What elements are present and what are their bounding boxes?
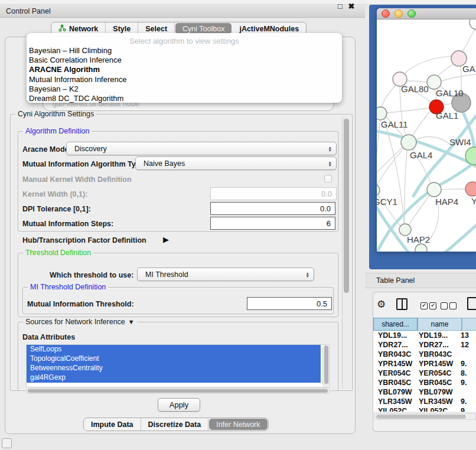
select-columns-icon[interactable] (396, 298, 407, 310)
table-row[interactable]: YDR27...YDR27...12 (373, 340, 476, 350)
threshold-definition-legend: Threshold Definition (23, 249, 93, 257)
attributes-scrollbar[interactable] (322, 345, 329, 387)
kernel-width-field[interactable]: 0.0 (210, 187, 337, 200)
kernel-width-value: 0.0 (321, 190, 332, 198)
algorithm-option[interactable]: Bayesian – K2 (28, 84, 342, 94)
restore-panel-icon[interactable] (2, 438, 12, 448)
network-node-label: GAL1 (436, 110, 458, 120)
algorithm-option[interactable]: Basic Correlation Inference (28, 56, 342, 65)
data-attribute-item[interactable]: BetweennessCentrality (27, 364, 321, 373)
network-node[interactable] (465, 182, 476, 196)
table-hscrollbar[interactable] (374, 413, 476, 420)
which-threshold-combo[interactable]: MI Threshold ▲▼ (137, 268, 314, 281)
table-cell: YER054C (418, 369, 458, 378)
table-cell: YBR045C (373, 378, 418, 387)
combo-arrows-icon: ▲▼ (328, 146, 332, 152)
tab-impute-data[interactable]: Impute Data (84, 418, 141, 431)
attributes-scrollbar-thumb[interactable] (324, 345, 328, 384)
network-node-label: GCY1 (377, 197, 397, 207)
network-canvas[interactable]: GALGAL80GAL10GAL1GAL11GAL4SWI4GCY1HAP4YH… (377, 19, 476, 252)
table-cell: YLR345W (373, 397, 418, 406)
select-all-rows-icon[interactable]: ✓✓ (420, 302, 436, 309)
data-attributes-list[interactable]: SelfLoopsTopologicalCoefficientBetweenne… (26, 344, 330, 387)
minimize-window-icon[interactable] (395, 9, 403, 18)
network-node[interactable] (377, 184, 380, 196)
mi-type-combo[interactable]: Naive Bayes ▲▼ (135, 156, 337, 170)
apply-button[interactable]: Apply (158, 398, 200, 412)
mi-threshold-label: Mutual Information Threshold: (27, 300, 134, 308)
settings-scrollbar[interactable] (342, 116, 350, 389)
table-cell: 8. (458, 369, 476, 378)
column-header-shared-name[interactable]: shared... (373, 318, 418, 331)
tab-style-label: Style (113, 25, 131, 33)
network-node-label: GAL4 (410, 150, 432, 160)
mi-threshold-legend: MI Threshold Definition (28, 283, 108, 291)
network-node[interactable] (399, 224, 411, 236)
hub-definition-label: Hub/Transcription Factor Definition (22, 236, 146, 244)
table-row[interactable]: YDL19...YDL19...13 (373, 331, 476, 340)
mi-threshold-field[interactable]: 0.5 (247, 297, 332, 310)
tab-discretize-data-label: Discretize Data (148, 420, 201, 429)
new-table-icon[interactable] (467, 297, 476, 310)
table-row[interactable]: YER054CYER054C8. (373, 369, 476, 378)
dropdown-placeholder: Select algorithm to view settings (27, 33, 342, 46)
mi-type-value: Naive Bayes (144, 159, 185, 168)
table-row[interactable]: YBR045CYBR045C9. (373, 378, 476, 387)
table-row[interactable]: YLR345WYLR345W9. (373, 397, 476, 406)
attributes-hscrollbar-thumb[interactable] (28, 389, 328, 393)
network-node[interactable] (470, 19, 476, 30)
tab-cyni-toolbox-label: Cyni Toolbox (182, 25, 224, 33)
settings-scrollbar-thumb[interactable] (344, 119, 349, 293)
algorithm-option[interactable]: ARACNE Algorithm (28, 65, 342, 74)
network-node[interactable] (415, 244, 427, 252)
data-attribute-item[interactable]: TopologicalCoefficient (27, 354, 321, 364)
control-panel-titlebar: Control Panel (0, 5, 365, 18)
attributes-hscrollbar[interactable] (26, 388, 330, 394)
table-hscrollbar-thumb[interactable] (376, 415, 466, 419)
zoom-window-icon[interactable] (407, 9, 416, 18)
table-row[interactable]: YPR145WYPR145W9. (373, 359, 476, 369)
table-cell: YBR045C (418, 378, 458, 387)
aracne-mode-combo[interactable]: Discovery ▲▼ (66, 142, 337, 155)
manual-kernel-label: Manual Kernel Width Definition (22, 175, 132, 184)
column-header-cut[interactable] (462, 318, 476, 331)
table-cell: YIL052C (418, 406, 458, 412)
mi-steps-field[interactable]: 6 (210, 217, 335, 230)
table-body[interactable]: YDL19...YDL19...13YDR27...YDR27...12YBR0… (373, 331, 476, 412)
network-node-label: SWI4 (449, 137, 471, 147)
network-node[interactable] (427, 182, 441, 197)
network-node-label: GAL11 (381, 119, 408, 129)
network-node[interactable] (401, 135, 416, 150)
network-node[interactable] (427, 75, 441, 89)
algorithm-option[interactable]: Dream8 DC_TDC Algorithm (28, 94, 342, 103)
table-panel-titlebar: Table Panel (365, 273, 476, 288)
tab-infer-network[interactable]: Infer Network (209, 419, 267, 430)
mi-steps-label: Mutual Information Steps: (22, 220, 113, 228)
table-row[interactable]: YBR043CYBR043C (373, 350, 476, 359)
apply-button-label: Apply (169, 400, 189, 409)
table-row[interactable]: YIL052CYIL052C9 (373, 406, 476, 412)
sources-collapse-arrow-icon[interactable]: ▼ (128, 318, 135, 325)
hub-expand-arrow-icon[interactable]: ▶ (163, 235, 169, 244)
network-node-label: HAP4 (435, 197, 458, 207)
which-threshold-value: MI Threshold (145, 270, 188, 279)
dpi-tolerance-field[interactable]: 0.0 (210, 202, 335, 215)
column-header-name[interactable]: name (418, 318, 462, 331)
manual-kernel-checkbox[interactable] (324, 175, 332, 182)
algorithm-option[interactable]: Mutual Information Inference (28, 75, 342, 84)
table-row[interactable]: YBL079WYBL079W (373, 387, 476, 397)
data-attribute-item[interactable]: SelfLoops (27, 345, 321, 354)
close-window-icon[interactable] (382, 9, 390, 18)
tab-select-label: Select (145, 25, 167, 33)
network-node[interactable] (377, 107, 387, 120)
tab-discretize-data[interactable]: Discretize Data (141, 418, 209, 431)
deselect-all-rows-icon[interactable] (441, 302, 457, 309)
table-cell (458, 387, 476, 397)
gear-icon[interactable]: ⚙ (377, 298, 386, 311)
data-attribute-item[interactable]: gal4RGexp (27, 373, 321, 383)
table-cell: YDL19... (418, 331, 458, 340)
float-panel-icon[interactable]: □ (335, 2, 345, 11)
close-panel-icon[interactable]: ✖ (347, 2, 356, 11)
dpi-tolerance-value: 0.0 (320, 204, 331, 213)
algorithm-option[interactable]: Bayesian – Hill Climbing (28, 46, 342, 56)
